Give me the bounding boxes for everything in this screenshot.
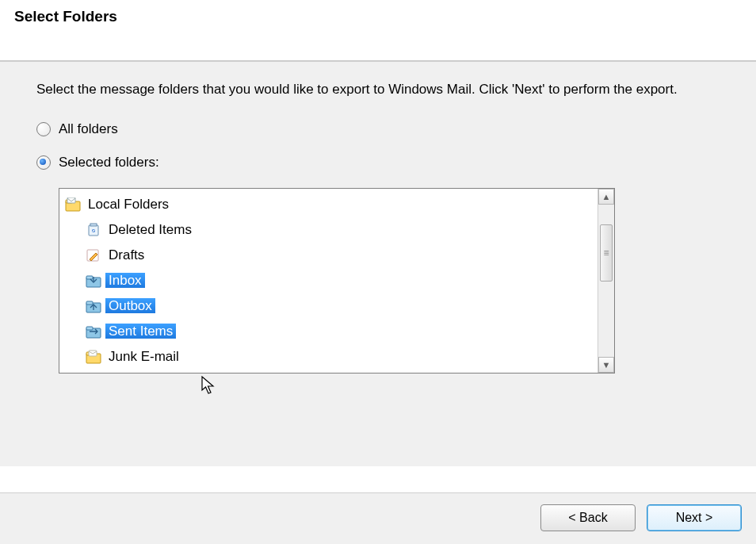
tree-node-sent-items[interactable]: Sent Items [59,319,614,344]
tree-scrollbar[interactable]: ▲ ▼ [598,189,614,373]
svg-rect-9 [86,276,93,279]
tree-label: Junk E-mail [105,349,182,364]
scroll-thumb[interactable] [600,224,613,282]
button-label: < Back [568,511,607,525]
svg-rect-4 [90,224,97,226]
trash-icon [85,222,102,238]
local-folders-icon [64,197,82,213]
wizard-header: Select Folders [0,0,756,60]
next-button[interactable]: Next > [647,504,742,531]
folder-tree[interactable]: Local Folders Deleted Items Drafts [59,188,615,374]
tree-label: Local Folders [85,197,172,212]
radio-all-folders[interactable]: All folders [36,121,720,137]
radio-label: Selected folders: [59,155,159,170]
svg-rect-11 [86,301,93,305]
page-title: Select Folders [14,8,742,25]
junk-icon [85,349,102,365]
tree-label: Sent Items [105,324,176,339]
tree-node-inbox[interactable]: Inbox [59,268,614,293]
tree-node-junk-email[interactable]: Junk E-mail [59,344,614,370]
radio-selected-folders[interactable]: Selected folders: [36,155,720,170]
button-label: Next > [676,511,713,525]
svg-rect-2 [67,197,75,203]
sent-icon [85,324,102,339]
tree-label: Drafts [105,247,147,262]
back-button[interactable]: < Back [540,504,636,531]
tree-label: Outbox [105,298,155,313]
inbox-icon [85,273,102,289]
radio-icon [36,122,51,136]
tree-node-local-folders[interactable]: Local Folders [59,192,614,217]
outbox-icon [85,298,102,314]
radio-icon [36,155,51,170]
tree-label: Inbox [105,273,145,288]
wizard-body: Select the message folders that you woul… [0,62,756,466]
tree-node-outbox[interactable]: Outbox [59,293,614,319]
radio-label: All folders [59,121,118,137]
tree-node-drafts[interactable]: Drafts [59,243,614,268]
tree-node-deleted-items[interactable]: Deleted Items [59,217,614,243]
svg-rect-13 [86,327,93,330]
tree-label: Deleted Items [105,222,195,237]
instruction-text: Select the message folders that you woul… [36,81,686,99]
scroll-down-button[interactable]: ▼ [598,357,614,373]
scroll-up-button[interactable]: ▲ [598,189,614,205]
wizard-footer: < Back Next > [0,492,756,544]
drafts-icon [85,247,102,263]
export-wizard-window: Select Folders Select the message folder… [0,0,756,544]
